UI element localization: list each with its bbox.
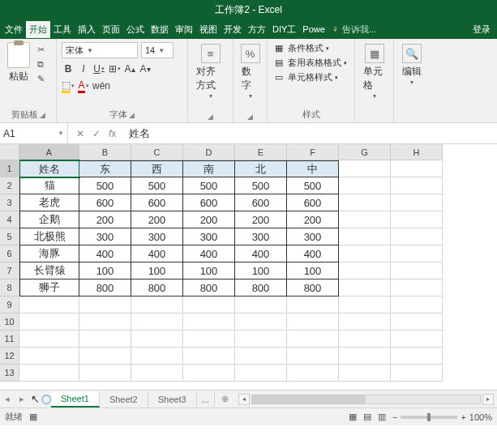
cell[interactable] <box>131 331 183 348</box>
cell[interactable] <box>287 314 339 331</box>
row-header[interactable]: 4 <box>0 211 19 228</box>
cell[interactable]: 海豚 <box>19 245 79 262</box>
row-header[interactable]: 5 <box>0 228 19 245</box>
cell[interactable] <box>339 297 391 314</box>
cell[interactable] <box>391 211 443 228</box>
cut-icon[interactable]: ✂ <box>34 44 47 55</box>
menu-review[interactable]: 审阅 <box>172 21 196 38</box>
view-pagebreak-icon[interactable]: ▥ <box>378 412 386 422</box>
scroll-left-icon[interactable]: ◂ <box>238 394 250 405</box>
tell-me[interactable]: 告诉我... <box>342 23 376 36</box>
cell[interactable]: 500 <box>131 177 183 194</box>
cell[interactable] <box>131 348 183 365</box>
cell[interactable] <box>235 331 287 348</box>
cell[interactable]: 200 <box>287 211 339 228</box>
sheet-tab-1[interactable]: Sheet1 <box>51 391 100 407</box>
menu-layout[interactable]: 页面 <box>99 21 123 38</box>
cell[interactable]: 500 <box>183 177 235 194</box>
select-all-corner[interactable] <box>0 144 19 160</box>
cell[interactable]: 中 <box>287 160 339 177</box>
cell[interactable] <box>339 331 391 348</box>
cell[interactable] <box>391 365 443 382</box>
cell[interactable]: 200 <box>235 211 287 228</box>
cell[interactable]: 老虎 <box>19 194 79 211</box>
zoom-control[interactable]: − + 100% <box>392 412 492 422</box>
cell[interactable]: 300 <box>235 228 287 245</box>
sheet-nav-next[interactable]: ▸ <box>15 394 29 404</box>
row-header[interactable]: 8 <box>0 279 19 297</box>
cell[interactable] <box>79 348 131 365</box>
editing-button[interactable]: 🔍 编辑 ▾ <box>399 42 425 87</box>
row-header[interactable]: 9 <box>0 297 19 314</box>
cell[interactable] <box>391 228 443 245</box>
dialog-launcher-icon[interactable]: ◢ <box>247 113 253 121</box>
col-header[interactable]: G <box>339 144 391 160</box>
cell[interactable]: 300 <box>79 228 131 245</box>
cell[interactable]: 100 <box>79 262 131 279</box>
cell[interactable] <box>391 279 443 297</box>
cell[interactable]: 500 <box>287 177 339 194</box>
cell[interactable] <box>339 365 391 382</box>
col-header[interactable]: H <box>391 144 443 160</box>
cell[interactable]: 800 <box>183 279 235 297</box>
horizontal-scrollbar[interactable]: ◂ ▸ <box>235 394 497 405</box>
cell[interactable] <box>287 365 339 382</box>
view-normal-icon[interactable]: ▦ <box>349 412 357 422</box>
cell[interactable] <box>131 314 183 331</box>
scroll-right-icon[interactable]: ▸ <box>482 394 494 405</box>
cell[interactable]: 600 <box>235 194 287 211</box>
cell[interactable] <box>339 160 391 177</box>
border-button[interactable]: ⊞▾ <box>108 62 121 76</box>
cell[interactable] <box>391 177 443 194</box>
menu-diy[interactable]: DIY工 <box>269 21 299 38</box>
macro-record-icon[interactable]: ▦ <box>29 412 37 422</box>
col-header[interactable]: E <box>235 144 287 160</box>
cell[interactable] <box>391 331 443 348</box>
cell[interactable] <box>391 160 443 177</box>
cell[interactable]: 600 <box>287 194 339 211</box>
cell[interactable]: 企鹅 <box>19 211 79 228</box>
underline-button[interactable]: U▾ <box>92 62 105 76</box>
cell[interactable] <box>339 262 391 279</box>
cell[interactable]: 600 <box>183 194 235 211</box>
cell[interactable] <box>19 365 79 382</box>
col-header[interactable]: A <box>19 144 79 160</box>
copy-icon[interactable]: ⧉ <box>34 58 47 70</box>
font-name-combo[interactable]: 宋体▼ <box>62 42 138 58</box>
login-button[interactable]: 登录 <box>468 21 495 38</box>
cell[interactable] <box>79 331 131 348</box>
cell[interactable] <box>391 245 443 262</box>
row-header[interactable]: 12 <box>0 348 19 365</box>
cell[interactable]: 200 <box>183 211 235 228</box>
cell[interactable] <box>183 297 235 314</box>
cell[interactable] <box>19 297 79 314</box>
cell[interactable]: 西 <box>131 160 183 177</box>
row-header[interactable]: 6 <box>0 245 19 262</box>
cell[interactable] <box>79 365 131 382</box>
cell[interactable]: 600 <box>79 194 131 211</box>
cell[interactable] <box>391 348 443 365</box>
new-sheet-button[interactable]: ⊕ <box>215 394 235 404</box>
enter-formula-icon[interactable]: ✓ <box>92 128 101 139</box>
col-header[interactable]: C <box>131 144 183 160</box>
cell[interactable] <box>19 314 79 331</box>
cell[interactable]: 400 <box>287 245 339 262</box>
shrink-font-icon[interactable]: A▾ <box>139 62 152 76</box>
cell[interactable]: 800 <box>235 279 287 297</box>
cell[interactable] <box>339 348 391 365</box>
format-painter-icon[interactable]: ✎ <box>34 73 47 84</box>
cell[interactable] <box>235 348 287 365</box>
menu-home[interactable]: 开始 <box>26 21 50 38</box>
cell[interactable] <box>235 365 287 382</box>
name-box[interactable]: A1▼ <box>0 123 68 143</box>
cell[interactable] <box>339 245 391 262</box>
dialog-launcher-icon[interactable]: ◢ <box>208 113 213 121</box>
menu-dev[interactable]: 开发 <box>221 21 245 38</box>
phonetic-button[interactable]: wén <box>92 79 110 93</box>
cell[interactable] <box>287 297 339 314</box>
cell[interactable]: 100 <box>183 262 235 279</box>
paste-button[interactable]: 粘贴 <box>5 42 32 83</box>
menu-fangfang[interactable]: 方方 <box>245 21 269 38</box>
row-header[interactable]: 11 <box>0 331 19 348</box>
cell[interactable]: 800 <box>287 279 339 297</box>
